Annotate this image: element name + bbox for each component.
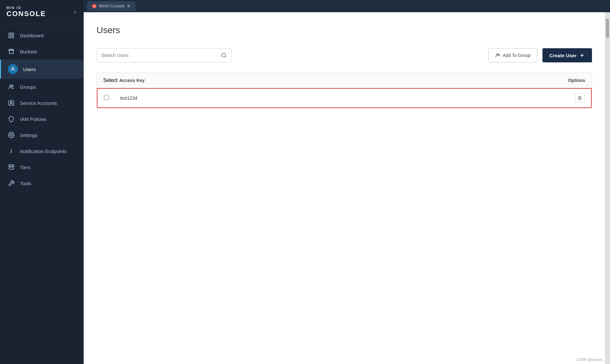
- browser-tab[interactable]: M MinIO Console: [87, 1, 135, 11]
- sidebar: MIN IO CONSOLE ‹ Dashboard Buckets Users: [0, 0, 84, 364]
- add-to-group-icon: [495, 53, 500, 58]
- service-accounts-icon: [8, 99, 15, 106]
- search-icon-button[interactable]: [221, 52, 227, 58]
- notification-endpoints-icon: λ: [8, 148, 15, 155]
- sidebar-item-tiers[interactable]: Tiers: [0, 159, 84, 175]
- tab-bar: M MinIO Console: [84, 0, 610, 12]
- tiers-icon: [8, 164, 15, 171]
- sidebar-item-settings[interactable]: Settings: [0, 127, 84, 143]
- notification-endpoints-label: Notification Endpoints: [20, 149, 67, 154]
- table-header: Select Access Key Options: [97, 73, 592, 88]
- row-checkbox-cell: [104, 95, 120, 101]
- settings-label: Settings: [20, 132, 37, 138]
- toolbar: Add To Group Create User: [97, 48, 592, 62]
- sidebar-item-notification-endpoints[interactable]: λ Notification Endpoints: [0, 143, 84, 159]
- iam-policies-icon: [8, 115, 15, 123]
- dashboard-label: Dashboard: [20, 33, 43, 38]
- col-select-header: Select: [103, 77, 119, 83]
- row-select-checkbox[interactable]: [104, 95, 109, 100]
- page-content: Users Add To Group Creat: [84, 12, 605, 364]
- svg-rect-2: [9, 36, 11, 38]
- svg-rect-1: [12, 33, 14, 35]
- tab-favicon: M: [92, 4, 97, 8]
- scroll-rail[interactable]: [605, 12, 610, 364]
- service-accounts-label: Service Accounts: [20, 100, 57, 106]
- col-access-key-header: Access Key: [119, 78, 559, 83]
- svg-rect-0: [9, 33, 11, 35]
- users-label: Users: [23, 67, 36, 72]
- svg-point-5: [12, 67, 14, 69]
- settings-icon: [8, 132, 15, 139]
- iam-policies-label: IAM Policies: [20, 116, 47, 122]
- sidebar-item-groups[interactable]: Groups: [0, 79, 84, 95]
- logo-console: CONSOLE: [6, 10, 46, 18]
- svg-point-7: [12, 85, 13, 86]
- svg-point-16: [496, 54, 498, 55]
- svg-point-9: [11, 102, 12, 103]
- svg-point-19: [498, 54, 499, 55]
- tiers-label: Tiers: [20, 165, 31, 170]
- main-wrapper: M MinIO Console Users: [84, 0, 610, 364]
- dashboard-icon: [8, 32, 15, 39]
- sidebar-item-tools[interactable]: Tools: [0, 175, 84, 191]
- sidebar-item-dashboard[interactable]: Dashboard: [0, 27, 84, 43]
- col-options-header: Options: [559, 78, 585, 83]
- sidebar-item-users[interactable]: Users: [0, 59, 84, 79]
- tools-icon: [8, 180, 15, 187]
- svg-point-11: [9, 165, 14, 166]
- logo-minio: MIN IO: [6, 6, 46, 10]
- svg-line-15: [225, 56, 226, 57]
- svg-point-14: [222, 53, 226, 57]
- sidebar-item-buckets[interactable]: Buckets: [0, 43, 84, 59]
- content-area: Users Add To Group Creat: [84, 12, 605, 364]
- groups-label: Groups: [20, 84, 36, 90]
- buckets-icon: [8, 48, 15, 55]
- table-row: test1234: [97, 88, 592, 108]
- buckets-label: Buckets: [20, 49, 37, 54]
- users-icon: [8, 64, 18, 74]
- search-box: [97, 48, 232, 62]
- sidebar-item-service-accounts[interactable]: Service Accounts: [0, 95, 84, 111]
- svg-point-10: [11, 134, 12, 136]
- sidebar-item-iam-policies[interactable]: IAM Policies: [0, 111, 84, 127]
- add-to-group-label: Add To Group: [503, 53, 531, 58]
- logo-area: MIN IO CONSOLE: [6, 6, 46, 18]
- create-user-button[interactable]: Create User: [542, 48, 592, 62]
- scroll-thumb[interactable]: [606, 19, 609, 38]
- sidebar-header: MIN IO CONSOLE ‹: [0, 0, 84, 24]
- groups-icon: [8, 83, 15, 90]
- search-icon: [221, 52, 227, 58]
- add-to-group-button[interactable]: Add To Group: [488, 48, 537, 62]
- page-title: Users: [97, 25, 592, 35]
- row-options-cell: [559, 93, 585, 103]
- tools-label: Tools: [20, 181, 31, 186]
- tab-label: MinIO Console: [99, 4, 125, 8]
- watermark: CSDN @lyanjun: [577, 358, 602, 361]
- row-access-key: test1234: [120, 96, 559, 101]
- svg-point-6: [10, 85, 11, 86]
- sidebar-nav: Dashboard Buckets Users Groups: [0, 24, 84, 364]
- collapse-button[interactable]: ‹: [73, 7, 77, 17]
- users-table: Select Access Key Options test1234: [97, 73, 592, 108]
- search-input[interactable]: [101, 53, 221, 58]
- delete-row-button[interactable]: [575, 93, 585, 103]
- delete-icon: [578, 96, 582, 100]
- create-user-label: Create User: [550, 53, 577, 58]
- create-user-plus-icon: [579, 52, 585, 58]
- svg-rect-3: [12, 36, 14, 38]
- tab-close-icon[interactable]: [127, 5, 130, 8]
